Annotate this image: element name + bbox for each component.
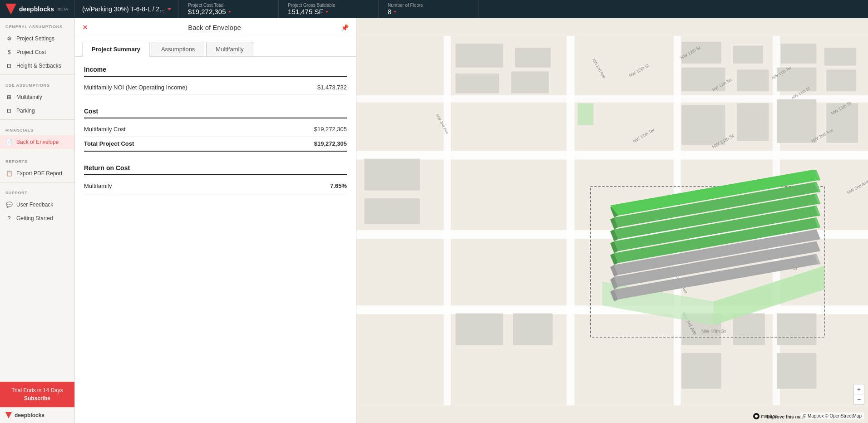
roc-section-title: Return on Cost (84, 164, 347, 175)
sidebar-item-project-cost-label: Project Cost (16, 49, 46, 55)
cost-row-total-label: Total Project Cost (84, 140, 134, 147)
sidebar-item-user-feedback[interactable]: 💬 User Feedback (0, 198, 74, 212)
sidebar-spacer (0, 225, 74, 382)
svg-rect-28 (513, 313, 552, 345)
roc-row-multifamily-value: 7.65% (330, 182, 347, 189)
stat-cost-arrow[interactable] (228, 11, 231, 13)
sidebar-item-multifamily[interactable]: ⊞ Multifamily (0, 90, 74, 104)
improve-map-link[interactable]: Improve this map (767, 414, 804, 419)
map-area[interactable]: NW 12th St NW 12th St NW 11th Ter NW 11t… (356, 18, 868, 423)
tab-assumptions[interactable]: Assumptions (152, 42, 204, 56)
stat-floors-arrow[interactable] (394, 11, 396, 13)
tab-project-summary[interactable]: Project Summary (82, 42, 150, 57)
section-support: Support (0, 184, 74, 198)
trial-banner-subscribe[interactable]: Subscribe (4, 394, 71, 403)
svg-text:NW 10th St: NW 10th St (701, 329, 726, 334)
roc-row-multifamily-label: Multifamily (84, 182, 112, 189)
sidebar-bottom: deepblocks (0, 407, 74, 423)
svg-rect-18 (737, 69, 769, 91)
section-use-assumptions: Use Assumptions (0, 77, 74, 90)
boe-tabs: Project Summary Assumptions Multifamily (75, 36, 356, 57)
svg-rect-31 (777, 313, 816, 345)
sidebar-item-boe-label: Back of Envelope (16, 139, 59, 145)
svg-rect-6 (444, 36, 451, 405)
svg-rect-33 (777, 353, 816, 389)
income-row-multifamily-noi: Multifamily NOI (Net Operating Income) $… (84, 80, 347, 95)
logo-icon (5, 4, 16, 15)
boe-header: ✕ Back of Envelope 📌 (75, 18, 356, 36)
map-background: NW 12th St NW 12th St NW 11th Ter NW 11t… (356, 18, 868, 423)
logo-area: deepblocksBETA (0, 0, 75, 18)
stat-buildable-arrow[interactable] (326, 11, 328, 13)
cost-row-total-value: $19,272,305 (314, 140, 347, 147)
svg-rect-20 (826, 69, 856, 91)
project-name-area[interactable]: (w/Parking 30%) T-6-8-L / 2... (75, 0, 179, 18)
sidebar-divider-4 (0, 182, 74, 182)
sidebar-item-export-pdf[interactable]: 📋 Export PDF Report (0, 167, 74, 180)
sidebar-item-export-pdf-label: Export PDF Report (16, 170, 62, 177)
cost-row-total: Total Project Cost $19,272,305 (84, 137, 347, 152)
boe-title: Back of Envelope (88, 24, 341, 31)
car-icon: ⊡ (5, 107, 13, 114)
layout: General Assumptions ⚙ Project Settings $… (0, 18, 868, 423)
income-row-noi-value: $1,473,732 (317, 84, 347, 91)
sidebar-item-getting-started[interactable]: ? Getting Started (0, 212, 74, 225)
logo-beta: BETA (58, 7, 68, 11)
sidebar-item-user-feedback-label: User Feedback (16, 202, 53, 208)
tab-multifamily[interactable]: Multifamily (206, 42, 253, 56)
main-panel: ✕ Back of Envelope 📌 Project Summary Ass… (75, 18, 356, 423)
pin-icon[interactable]: 📌 (341, 24, 349, 31)
zoom-control: + − (853, 384, 864, 405)
svg-rect-22 (364, 198, 419, 224)
sidebar-item-project-cost[interactable]: $ Project Cost (0, 45, 74, 59)
svg-rect-34 (577, 103, 593, 125)
dollar-icon: $ (5, 49, 13, 56)
zoom-in-button[interactable]: + (854, 384, 864, 394)
svg-rect-25 (777, 99, 816, 143)
stat-gross-buildable-value: 151,475 SF (288, 8, 369, 15)
svg-rect-21 (364, 159, 419, 191)
stat-num-floors: Number of Floors 8 (379, 0, 478, 18)
sidebar-divider-2 (0, 119, 74, 120)
cost-section: Cost Multifamily Cost $19,272,305 Total … (84, 108, 347, 152)
stat-project-cost-value: $19,272,305 (188, 8, 269, 15)
sidebar: General Assumptions ⚙ Project Settings $… (0, 18, 75, 423)
stat-num-floors-label: Number of Floors (388, 3, 469, 8)
stat-project-cost-label: Project Cost Total (188, 3, 269, 8)
logo-text: deepblocks (19, 5, 54, 13)
svg-rect-27 (455, 313, 503, 345)
svg-rect-14 (824, 48, 856, 65)
svg-rect-10 (515, 48, 551, 68)
svg-rect-24 (737, 103, 769, 141)
boe-content: Income Multifamily NOI (Net Operating In… (75, 57, 356, 423)
stat-gross-buildable: Project Gross Buildable 151,475 SF (279, 0, 379, 18)
gear-icon: ⚙ (5, 35, 13, 42)
svg-rect-1 (356, 151, 868, 159)
project-dropdown-arrow[interactable] (168, 8, 171, 10)
section-general-assumptions: General Assumptions (0, 18, 74, 32)
trial-banner[interactable]: Trial Ends in 14 Days Subscribe (0, 382, 74, 407)
map-svg: NW 12th St NW 12th St NW 11th Ter NW 11t… (356, 18, 868, 423)
cost-row-multifamily-value: $19,272,305 (314, 126, 347, 133)
sidebar-bottom-logo-text: deepblocks (15, 412, 44, 418)
svg-rect-5 (567, 36, 574, 405)
zoom-out-button[interactable]: − (854, 394, 864, 404)
roc-row-multifamily: Multifamily 7.65% (84, 179, 347, 193)
svg-rect-23 (681, 105, 725, 145)
trial-banner-line1: Trial Ends in 14 Days (4, 386, 71, 394)
svg-rect-15 (455, 74, 499, 93)
map-attribution: © Mapbox © OpenStreetMap (800, 413, 864, 419)
pdf-icon: 📋 (5, 170, 13, 177)
sidebar-item-back-of-envelope[interactable]: 📄 Back of Envelope (0, 135, 74, 149)
sidebar-divider-3 (0, 151, 74, 151)
sidebar-item-parking[interactable]: ⊡ Parking (0, 104, 74, 118)
sidebar-item-parking-label: Parking (16, 108, 35, 114)
sidebar-item-getting-started-label: Getting Started (16, 215, 53, 221)
close-button[interactable]: ✕ (82, 24, 88, 31)
sidebar-item-project-settings[interactable]: ⚙ Project Settings (0, 32, 74, 45)
section-reports: Reports (0, 153, 74, 167)
cost-row-multifamily: Multifamily Cost $19,272,305 (84, 122, 347, 137)
sidebar-item-height-setbacks-label: Height & Setbacks (16, 63, 61, 69)
sidebar-item-height-setbacks[interactable]: ⊡ Height & Setbacks (0, 59, 74, 73)
svg-point-79 (755, 415, 758, 418)
